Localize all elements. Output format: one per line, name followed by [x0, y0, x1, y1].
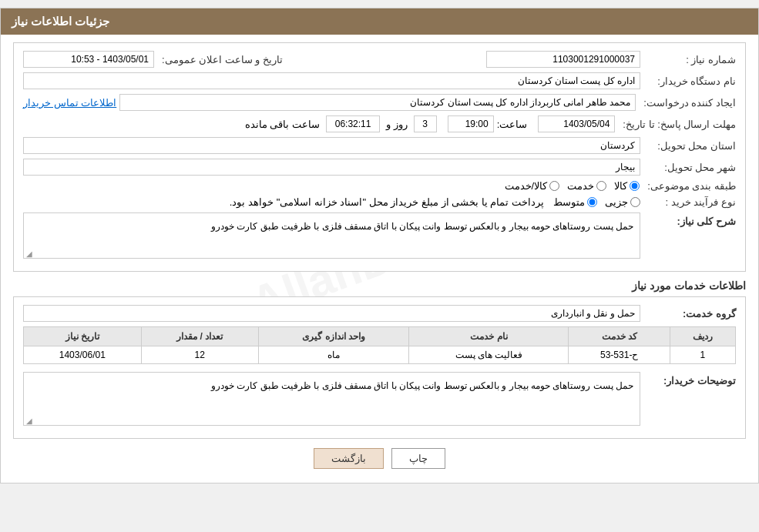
row-shahr: شهر محل تحویل: بیجار	[23, 159, 736, 176]
page-wrapper: جزئیات اطلاعات نیاز AllanDer.net شماره ن…	[0, 8, 759, 483]
tabaqe-radio-group: کالا خدمت کالا/خدمت	[505, 180, 640, 192]
shahr-label: شهر محل تحویل:	[643, 162, 736, 173]
cell-vahed: ماه	[259, 346, 409, 364]
mohlat-date: 1403/05/04	[538, 115, 615, 132]
noe-mottavas-item: متوسط	[553, 196, 597, 208]
row-tabaqe: طبقه بندی موضوعی: کالا خدمت کالا/خدمت	[23, 180, 736, 192]
cell-radif: 1	[670, 346, 735, 364]
shomare-niaz-label: شماره نیاز :	[643, 54, 736, 65]
sharh-wrapper: حمل پست روستاهای حومه بیجار و بالعکس توس…	[23, 212, 640, 259]
tabaqe-label: طبقه بندی موضوعی:	[643, 180, 736, 192]
cell-nam: فعالیت های پست	[409, 346, 569, 364]
content-area: AllanDer.net شماره نیاز : 11030012910000…	[1, 35, 758, 483]
tabaqe-kala-radio[interactable]	[630, 181, 640, 191]
mohlat-saat-mande-value: 06:32:11	[326, 115, 380, 132]
row-ostan: استان محل تحویل: کردستان	[23, 137, 736, 154]
shahr-value: بیجار	[23, 159, 640, 176]
khadamat-table: ردیف کد خدمت نام خدمت واحد اندازه گیری ت…	[23, 326, 736, 364]
tabaqe-kala-khadamat-radio[interactable]	[549, 181, 559, 191]
tabaqe-khadamat-label: خدمت	[567, 180, 594, 192]
print-button[interactable]: چاپ	[391, 448, 445, 469]
row-noe-farayand: نوع فرآیند خرید : جزیی متوسط پرداخت تمام…	[23, 196, 736, 208]
grohe-khadamat-value: حمل و نقل و انبارداری	[23, 305, 640, 322]
toseeh-wrapper: حمل پست روستاهای حومه بیجار و بالعکس توس…	[23, 372, 640, 426]
back-button[interactable]: بازگشت	[314, 448, 384, 469]
row-ijad: ایجاد کننده درخواست: محمد طاهر امانی کار…	[23, 94, 736, 111]
sharh-label: شرح کلی نیاز:	[643, 212, 736, 227]
cell-tarikh: 1403/06/01	[24, 346, 142, 364]
col-tedad: تعداد / مقدار	[141, 327, 258, 346]
noe-jozi-radio[interactable]	[630, 197, 640, 207]
tabaqe-kala-khadamat-label: کالا/خدمت	[505, 180, 548, 192]
col-vahed: واحد اندازه گیری	[259, 327, 409, 346]
sharh-value: حمل پست روستاهای حومه بیجار و بالعکس توس…	[23, 212, 640, 259]
col-nam: نام خدمت	[409, 327, 569, 346]
mohlat-roz-label: روز و	[383, 119, 411, 130]
row-sharh: شرح کلی نیاز: حمل پست روستاهای حومه بیجا…	[23, 212, 736, 259]
grohe-khadamat-label: گروه خدمت:	[643, 308, 736, 320]
mohlat-saat-value: 19:00	[448, 115, 494, 132]
ostan-label: استان محل تحویل:	[643, 140, 736, 152]
noe-farayand-note: پرداخت تمام یا بخشی از مبلغ خریداز محل "…	[23, 196, 550, 208]
button-row: چاپ بازگشت	[13, 448, 746, 469]
col-tarikh: تاریخ نیاز	[24, 327, 142, 346]
noe-jozi-label: جزیی	[605, 196, 628, 208]
noe-jozi-item: جزیی	[605, 196, 640, 208]
mohlat-roz-value: 3	[414, 115, 437, 132]
mohlat-saat-mande-label: ساعت باقی مانده	[242, 119, 323, 130]
ijad-label: ایجاد کننده درخواست:	[639, 97, 736, 109]
tarikh-value: 1403/05/01 - 10:53	[23, 51, 154, 68]
noe-mottavas-label: متوسط	[553, 196, 585, 208]
toseeh-label: توضیحات خریدار:	[643, 372, 736, 386]
cell-kod: ح-531-53	[569, 346, 670, 364]
noe-farayand-label: نوع فرآیند خرید :	[643, 196, 736, 208]
tarikh-label: تاریخ و ساعت اعلان عمومی:	[157, 54, 283, 65]
nam-dastgah-label: نام دستگاه خریدار:	[643, 75, 736, 87]
row-nam-dastgah: نام دستگاه خریدار: اداره کل پست استان کر…	[23, 72, 736, 89]
resize-handle: ◢	[23, 249, 32, 259]
nam-dastgah-value: اداره کل پست استان کردستان	[23, 72, 640, 89]
ettelas-tamas-link[interactable]: اطلاعات تماس خریدار	[23, 97, 116, 109]
row-shomara-tarikh: شماره نیاز : 1103001291000037 تاریخ و سا…	[23, 51, 736, 68]
noe-farayand-radio-group: جزیی متوسط	[553, 196, 640, 208]
col-radif: ردیف	[670, 327, 735, 346]
mohlat-label: مهلت ارسال پاسخ: تا تاریخ:	[618, 119, 736, 130]
noe-mottavas-radio[interactable]	[587, 197, 597, 207]
tabaqe-kala-khadamat-item: کالا/خدمت	[505, 180, 560, 192]
tabaqe-khadamat-radio[interactable]	[596, 181, 606, 191]
table-row: 1 ح-531-53 فعالیت های پست ماه 12 1403/06…	[24, 346, 736, 364]
toseeh-value: حمل پست روستاهای حومه بیجار و بالعکس توس…	[23, 372, 640, 426]
main-form: شماره نیاز : 1103001291000037 تاریخ و سا…	[13, 42, 746, 272]
ostan-value: کردستان	[23, 137, 640, 154]
table-header-row: ردیف کد خدمت نام خدمت واحد اندازه گیری ت…	[24, 327, 736, 346]
khadamat-table-wrapper: ردیف کد خدمت نام خدمت واحد اندازه گیری ت…	[23, 326, 736, 364]
ijad-value: محمد طاهر امانی کاربرداز اداره کل پست اس…	[119, 94, 636, 111]
page-header: جزئیات اطلاعات نیاز	[1, 8, 758, 35]
page-title: جزئیات اطلاعات نیاز	[12, 15, 109, 28]
cell-tedad: 12	[141, 346, 258, 364]
tabaqe-khadamat-item: خدمت	[567, 180, 606, 192]
khadamat-section: گروه خدمت: حمل و نقل و انبارداری ردیف کد…	[13, 296, 746, 439]
tabaqe-kala-label: کالا	[614, 180, 627, 192]
toseeh-resize-handle: ◢	[23, 417, 32, 426]
row-mohlat: مهلت ارسال پاسخ: تا تاریخ: 1403/05/04 سا…	[23, 115, 736, 132]
row-grohe-khadamat: گروه خدمت: حمل و نقل و انبارداری	[23, 305, 736, 322]
khadamat-title: اطلاعات خدمات مورد نیاز	[13, 279, 746, 292]
col-kod: کد خدمت	[569, 327, 670, 346]
tabaqe-kala-item: کالا	[614, 180, 640, 192]
mohlat-saat-label: ساعت:	[497, 119, 528, 130]
row-toseeh: توضیحات خریدار: حمل پست روستاهای حومه بی…	[23, 372, 736, 426]
shomare-niaz-value: 1103001291000037	[486, 51, 640, 68]
